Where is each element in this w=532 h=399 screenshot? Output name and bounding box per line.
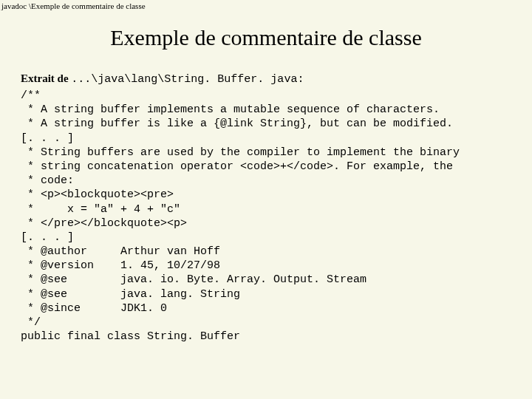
- content-area: Extrait de ...\java\lang\String. Buffer.…: [0, 72, 532, 344]
- page-title: Exemple de commentaire de classe: [0, 25, 532, 50]
- extract-label: Extrait de: [21, 72, 71, 84]
- breadcrumb: javadoc \Exemple de commentaire de class…: [0, 0, 532, 12]
- code-block: /** * A string buffer implements a mutab…: [21, 89, 511, 344]
- extract-path: ...\java\lang\String. Buffer. java:: [71, 73, 304, 86]
- extract-line: Extrait de ...\java\lang\String. Buffer.…: [21, 72, 511, 86]
